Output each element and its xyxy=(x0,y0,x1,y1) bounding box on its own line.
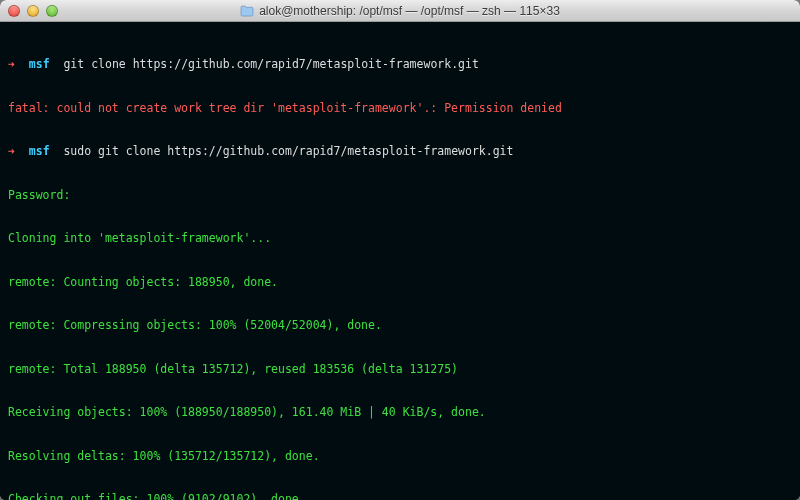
window-title-text: alok@mothership: /opt/msf — /opt/msf — z… xyxy=(259,4,560,18)
error-output: fatal: could not create work tree dir 'm… xyxy=(8,101,792,116)
close-icon[interactable] xyxy=(8,5,20,17)
prompt-arrow-icon: ➜ xyxy=(8,57,15,71)
output-line: Password: xyxy=(8,188,792,203)
prompt-line: ➜ msf git clone https://github.com/rapid… xyxy=(8,57,792,72)
output-line: Resolving deltas: 100% (135712/135712), … xyxy=(8,449,792,464)
terminal-body[interactable]: ➜ msf git clone https://github.com/rapid… xyxy=(0,22,800,500)
prompt-line: ➜ msf sudo git clone https://github.com/… xyxy=(8,144,792,159)
zoom-icon[interactable] xyxy=(46,5,58,17)
output-line: remote: Compressing objects: 100% (52004… xyxy=(8,318,792,333)
window-controls xyxy=(0,5,58,17)
output-line: remote: Counting objects: 188950, done. xyxy=(8,275,792,290)
output-line: Cloning into 'metasploit-framework'... xyxy=(8,231,792,246)
minimize-icon[interactable] xyxy=(27,5,39,17)
window-title: alok@mothership: /opt/msf — /opt/msf — z… xyxy=(0,0,800,21)
prompt-arrow-icon: ➜ xyxy=(8,144,15,158)
command-text: sudo git clone https://github.com/rapid7… xyxy=(63,144,513,158)
prompt-context: msf xyxy=(29,144,50,158)
command-text: git clone https://github.com/rapid7/meta… xyxy=(63,57,478,71)
output-line: Receiving objects: 100% (188950/188950),… xyxy=(8,405,792,420)
folder-icon xyxy=(240,5,254,17)
titlebar[interactable]: alok@mothership: /opt/msf — /opt/msf — z… xyxy=(0,0,800,22)
terminal-window: alok@mothership: /opt/msf — /opt/msf — z… xyxy=(0,0,800,500)
output-line: Checking out files: 100% (9102/9102), do… xyxy=(8,492,792,500)
output-line: remote: Total 188950 (delta 135712), reu… xyxy=(8,362,792,377)
prompt-context: msf xyxy=(29,57,50,71)
